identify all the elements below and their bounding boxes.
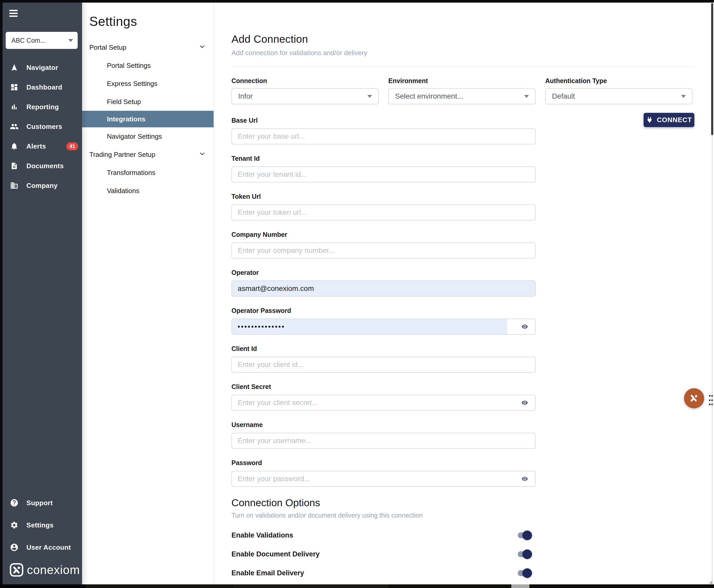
settings-nav-item-integrations[interactable]: Integrations (82, 111, 213, 127)
settings-nav-label: Validations (107, 187, 139, 195)
sidebar-item-customers[interactable]: Customers (3, 117, 82, 136)
help-icon (10, 499, 19, 507)
environment-select[interactable]: Select environment... (388, 88, 536, 104)
chevron-down-icon (524, 95, 529, 98)
settings-nav-label: Field Setup (107, 98, 141, 106)
divider (231, 66, 694, 67)
token-url-input[interactable] (232, 205, 535, 220)
settings-nav-group-trading-partner-setup[interactable]: Trading Partner Setup (82, 145, 213, 164)
resize-corner-mark (709, 580, 712, 584)
scrollbar-thumb[interactable] (711, 3, 713, 135)
plug-icon (646, 117, 653, 124)
chevron-down-icon (68, 39, 73, 42)
sidebar-item-dashboard[interactable]: Dashboard (3, 77, 82, 97)
base-url-field: Base Url (231, 117, 536, 144)
enable-validations-toggle[interactable] (518, 532, 531, 538)
chevron-down-icon (199, 150, 206, 159)
connect-button-label: CONNECT (657, 116, 692, 124)
sidebar-item-label: Company (26, 182, 58, 190)
enable-document-delivery-toggle[interactable] (518, 551, 531, 557)
people-icon (10, 122, 19, 131)
client-secret-input[interactable] (232, 395, 535, 410)
settings-nav-item-express-settings[interactable]: Express Settings (82, 75, 213, 93)
settings-nav-label: Express Settings (107, 80, 157, 88)
bell-icon (10, 142, 19, 151)
settings-nav-item-navigator-settings[interactable]: Navigator Settings (82, 127, 213, 145)
connection-select-value: Infor (238, 92, 253, 100)
settings-nav-item-transformations[interactable]: Transformations (82, 164, 213, 182)
window-frame-top (0, 0, 714, 3)
dashboard-icon (10, 83, 19, 91)
sidebar-item-label: Dashboard (26, 83, 62, 91)
connection-options-toggles: Enable Validations Enable Document Deliv… (231, 526, 536, 588)
chevron-down-icon (199, 43, 206, 52)
tenant-id-input[interactable] (232, 167, 535, 182)
sidebar-item-company[interactable]: Company (3, 176, 82, 195)
drag-handle-icon[interactable] (709, 395, 713, 407)
client-id-input[interactable] (232, 357, 535, 372)
main-content: Add Connection Add connection for valida… (214, 3, 708, 584)
toggle-label: Enable Document Delivery (231, 550, 320, 558)
operator-input[interactable]: asmart@conexiom.com (231, 280, 536, 297)
sidebar: ABC Com... Navigator Dashboard (3, 3, 82, 584)
settings-nav-item-validations[interactable]: Validations (82, 182, 213, 200)
conexiom-logo-icon (9, 563, 24, 577)
sidebar-item-user-account[interactable]: User Account (3, 536, 82, 559)
sidebar-item-label: Navigator (26, 64, 58, 72)
client-secret-field: Client Secret (231, 383, 536, 411)
sidebar-item-documents[interactable]: Documents (3, 156, 82, 176)
connect-button[interactable]: CONNECT (644, 113, 694, 127)
connection-options-subtitle: Turn on validations and/or document deli… (231, 512, 694, 519)
company-number-input[interactable] (232, 243, 535, 258)
password-label: Password (231, 459, 536, 467)
app-window: ABC Com... Navigator Dashboard (0, 0, 714, 588)
password-input[interactable] (232, 471, 535, 486)
toggle-knob (523, 530, 532, 540)
base-url-input[interactable] (232, 129, 535, 144)
tenant-id-label: Tenant Id (231, 155, 536, 162)
toggle-knob (523, 549, 532, 559)
token-url-field: Token Url (231, 193, 536, 220)
sidebar-item-alerts[interactable]: Alerts 41 (3, 136, 82, 156)
company-number-label: Company Number (231, 231, 536, 238)
eye-icon[interactable] (519, 475, 530, 483)
sidebar-item-navigator[interactable]: Navigator (3, 58, 82, 77)
settings-nav-label: Integrations (107, 115, 145, 123)
section-title: Add Connection (231, 33, 694, 45)
operator-password-input[interactable]: •••••••••••••• (231, 319, 536, 335)
connection-select[interactable]: Infor (231, 88, 379, 104)
settings-nav-group-portal-setup[interactable]: Portal Setup (82, 38, 213, 57)
authentication-type-select[interactable]: Default (545, 88, 693, 104)
operator-password-label: Operator Password (231, 307, 536, 314)
connection-form: CONNECT Base Url Tenant Id Token Url (231, 117, 694, 588)
feedback-fab-button[interactable] (684, 388, 704, 408)
token-url-label: Token Url (231, 193, 536, 200)
bar-chart-icon (10, 103, 19, 111)
hamburger-menu-icon[interactable] (9, 10, 18, 18)
settings-nav-label: Portal Setup (89, 43, 126, 51)
sidebar-item-reporting[interactable]: Reporting (3, 97, 82, 117)
toggle-knob (523, 568, 532, 578)
sidebar-item-label: Documents (26, 162, 64, 170)
eye-icon[interactable] (519, 398, 530, 407)
settings-nav-item-field-setup[interactable]: Field Setup (82, 93, 213, 111)
sidebar-item-support[interactable]: Support (3, 492, 82, 514)
settings-nav-label: Trading Partner Setup (89, 151, 155, 159)
settings-nav-label: Portal Settings (107, 62, 151, 70)
sidebar-item-label: User Account (26, 544, 71, 551)
sidebar-item-settings[interactable]: Settings (3, 514, 82, 536)
settings-nav-item-portal-settings[interactable]: Portal Settings (82, 57, 213, 75)
page-title: Settings (89, 14, 213, 29)
environment-select-value: Select environment... (395, 92, 463, 100)
enable-email-delivery-toggle[interactable] (518, 570, 531, 576)
toggle-label: Enable Email Delivery (231, 569, 304, 577)
eye-icon[interactable] (519, 322, 530, 331)
scrollbar-area (708, 3, 714, 584)
username-field: Username (231, 421, 536, 449)
section-subtitle: Add connection for validations and/or de… (231, 49, 694, 57)
chevron-down-icon (367, 95, 372, 98)
tenant-id-field: Tenant Id (231, 155, 536, 183)
username-input[interactable] (232, 433, 535, 448)
company-selector[interactable]: ABC Com... (6, 32, 78, 49)
alerts-count-badge: 41 (66, 142, 78, 150)
